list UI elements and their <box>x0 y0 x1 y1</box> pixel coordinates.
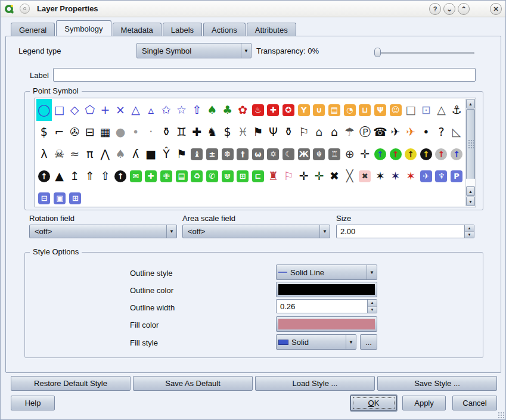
tab-attributes[interactable]: Attributes <box>247 23 296 36</box>
small-square-icon[interactable]: ■ <box>143 143 159 165</box>
flag-icon[interactable]: ⚑ <box>174 143 190 165</box>
star6-icon[interactable]: ✶ <box>372 165 388 187</box>
swimmer-icon[interactable]: ≈ <box>67 143 82 165</box>
cross-marker[interactable]: + <box>98 99 113 121</box>
deer-icon[interactable]: ♞ <box>204 121 220 143</box>
restrooms-icon[interactable]: ♊ <box>174 121 190 143</box>
pizza-icon[interactable]: ◔ <box>342 99 358 121</box>
pharmacy-icon[interactable]: ✙ <box>159 165 174 187</box>
camera-icon[interactable]: ✇ <box>67 121 82 143</box>
load-style-button[interactable]: Load Style ... <box>255 376 375 391</box>
diamond-marker[interactable]: ◇ <box>67 99 82 121</box>
arrow-up-marker[interactable]: ⇧ <box>189 99 204 121</box>
cup-icon[interactable]: ∪ <box>312 99 327 121</box>
khanda-icon[interactable]: ☬ <box>312 143 327 165</box>
postcard-icon[interactable]: ▤ <box>174 165 190 187</box>
taxi-icon[interactable]: ⊟ <box>36 187 52 207</box>
question-icon[interactable]: ? <box>434 121 449 143</box>
square-marker[interactable]: □ <box>52 99 67 121</box>
star-of-david-icon[interactable]: ✡ <box>266 143 281 165</box>
steam-train-icon[interactable]: ♜ <box>266 165 281 187</box>
ok-button[interactable]: OK <box>350 395 397 411</box>
help-button[interactable]: Help <box>11 396 55 410</box>
resize-grip[interactable] <box>498 412 504 418</box>
arrow-yellow-black-icon[interactable]: ↑ <box>403 143 418 165</box>
boat-ramp-icon[interactable]: ◺ <box>449 121 464 143</box>
north-arrow-3-icon[interactable]: ⇧ <box>98 165 113 187</box>
arrow-black-yellow-icon[interactable]: ↑ <box>418 143 434 165</box>
circle-large-icon[interactable]: ● <box>113 121 128 143</box>
fire-icon[interactable]: ♨ <box>250 99 266 121</box>
apply-button[interactable]: Apply <box>402 396 446 410</box>
star-red-blue-icon[interactable]: ✶ <box>403 165 418 187</box>
tab-metadata[interactable]: Metadata <box>113 23 162 36</box>
triangle-marker[interactable]: △ <box>128 99 144 121</box>
recycling-icon[interactable]: ♻ <box>189 165 204 187</box>
house-outline-icon[interactable]: ⌂ <box>312 121 327 143</box>
harbor-icon[interactable]: ♆ <box>434 165 449 187</box>
area-scale-field-combo[interactable]: <off> ▼ <box>182 225 330 238</box>
golf-green-icon[interactable]: ⚐ <box>296 121 312 143</box>
parking-icon[interactable]: Ⓟ <box>357 121 372 143</box>
cross-node-icon[interactable]: ✛ <box>296 165 312 187</box>
first-aid-icon[interactable]: ✚ <box>266 99 281 121</box>
save-style-button[interactable]: Save Style ... <box>377 376 497 391</box>
temple-icon[interactable]: ♖ <box>327 143 342 165</box>
whats-this-button[interactable]: ? <box>429 3 441 15</box>
pine-tree-icon[interactable]: ♠ <box>204 99 220 121</box>
compass-rose-icon[interactable]: ⊕ <box>342 143 358 165</box>
triangle-outline-icon[interactable]: △ <box>434 99 449 121</box>
regular-star-marker[interactable]: ☆ <box>174 99 190 121</box>
fill-style-combo[interactable]: Solid ▼ <box>276 334 356 350</box>
fill-color-button[interactable] <box>276 316 377 332</box>
fuel-icon[interactable]: ⚱ <box>159 121 174 143</box>
legend-type-combo[interactable]: Single Symbol ▼ <box>136 43 252 58</box>
x-pink-box-icon[interactable]: ✖ <box>357 165 372 187</box>
education-icon[interactable]: ± <box>204 143 220 165</box>
close-button[interactable]: ✕ <box>490 3 502 15</box>
skull-icon[interactable]: ☠ <box>52 143 67 165</box>
cancel-button[interactable]: Cancel <box>452 396 497 410</box>
rotation-field-combo[interactable]: <off> ▼ <box>29 225 177 238</box>
mail-icon[interactable]: ✉ <box>128 165 144 187</box>
arrow-circle-icon[interactable]: ↑ <box>113 165 128 187</box>
star-marker[interactable]: ✩ <box>159 99 174 121</box>
airport-icon[interactable]: ✈ <box>418 165 434 187</box>
scroll-up2-icon[interactable]: ▲ <box>466 186 475 196</box>
knife-fork-icon[interactable]: Ψ <box>266 121 281 143</box>
first-aid-green-icon[interactable]: ✚ <box>143 165 159 187</box>
cocktail-icon[interactable]: Y <box>296 99 312 121</box>
christian-cross-icon[interactable]: † <box>235 143 250 165</box>
cinema-icon[interactable]: ▤ <box>327 99 342 121</box>
tab-labels[interactable]: Labels <box>163 23 202 36</box>
deciduous-tree-icon[interactable]: ♣ <box>220 99 235 121</box>
smileys-icon[interactable]: ☺ <box>388 99 403 121</box>
size-down-icon[interactable]: ▼ <box>465 232 474 238</box>
crescent-icon[interactable]: ☾ <box>281 143 296 165</box>
airplane-orange-icon[interactable]: ✈ <box>403 121 418 143</box>
size-input[interactable] <box>337 225 464 238</box>
beer-icon[interactable]: ⊔ <box>357 99 372 121</box>
white-square-icon[interactable]: □ <box>403 99 418 121</box>
outline-width-input[interactable] <box>277 300 367 313</box>
anchor-icon[interactable]: ⚓ <box>449 99 464 121</box>
basket-icon[interactable]: ⋓ <box>220 165 235 187</box>
circle-marker[interactable]: ◯ <box>36 99 52 121</box>
north-cross-icon[interactable]: ✛ <box>357 143 372 165</box>
building-icon[interactable]: ▦ <box>98 121 113 143</box>
north-arrow-1-icon[interactable]: ↥ <box>67 165 82 187</box>
om-icon[interactable]: ω <box>250 143 266 165</box>
golf-pin-icon[interactable]: ⚐ <box>281 165 296 187</box>
window-menu-button[interactable] <box>20 4 30 14</box>
flower-icon[interactable]: ✿ <box>235 99 250 121</box>
star-badge-icon[interactable]: ✪ <box>281 99 296 121</box>
lodging-icon[interactable]: ⊏ <box>250 165 266 187</box>
gray-tree-icon[interactable]: ♠ <box>113 143 128 165</box>
transparency-slider[interactable] <box>375 52 474 54</box>
outline-color-button[interactable] <box>276 282 377 297</box>
tent-icon[interactable]: ⋀ <box>98 143 113 165</box>
house-icon[interactable]: ⌂ <box>327 121 342 143</box>
outline-width-up-icon[interactable]: ▲ <box>368 300 377 307</box>
circle-medium-icon[interactable]: • <box>128 121 144 143</box>
cross2-marker[interactable]: × <box>113 99 128 121</box>
